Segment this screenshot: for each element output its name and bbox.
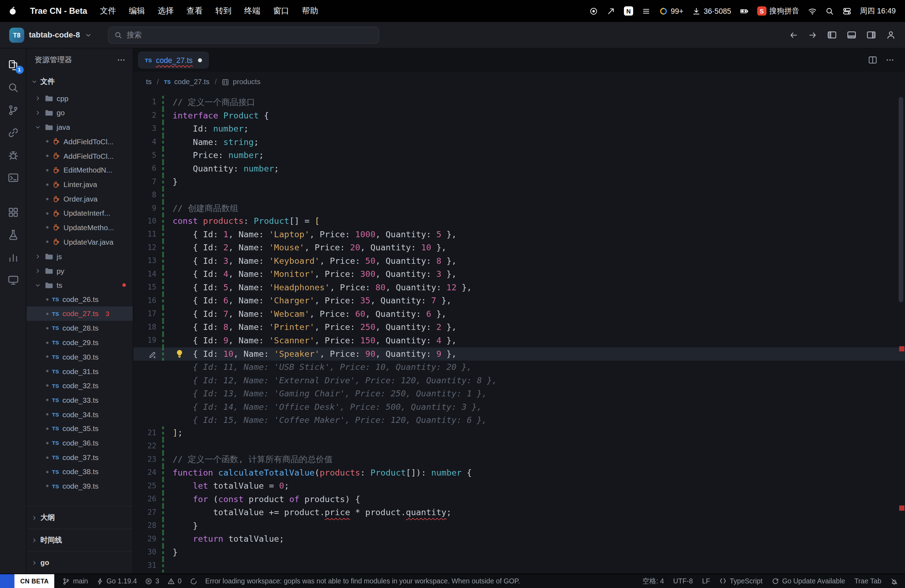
input-method[interactable]: S搜狗拼音 bbox=[757, 6, 799, 16]
code-line[interactable]: 6 Quantity: number; bbox=[133, 162, 905, 175]
file-code_35.ts[interactable]: TScode_35.ts bbox=[27, 421, 133, 436]
code-line[interactable]: 3 Id: number; bbox=[133, 122, 905, 135]
file-UpdateMetho...[interactable]: UpdateMetho... bbox=[27, 220, 133, 235]
trae-tab[interactable]: Trae Tab bbox=[854, 577, 881, 585]
warning-count[interactable]: 0 bbox=[167, 577, 181, 585]
file-Order.java[interactable]: Order.java bbox=[27, 192, 133, 206]
code-line[interactable]: 29 return totalValue; bbox=[133, 532, 905, 545]
files-section-header[interactable]: 文件 bbox=[27, 72, 133, 91]
file-code_37.ts[interactable]: TScode_37.ts bbox=[27, 450, 133, 465]
file-code_27.ts[interactable]: TScode_27.ts3 bbox=[27, 307, 133, 321]
error-count[interactable]: 3 bbox=[145, 577, 159, 585]
menubar-item[interactable]: 转到 bbox=[215, 6, 232, 16]
editor-more-icon[interactable] bbox=[885, 56, 894, 65]
menubar-item[interactable]: 编辑 bbox=[129, 6, 145, 16]
toggle-secondary-sidebar-icon[interactable] bbox=[867, 30, 876, 40]
code-line[interactable]: 16 { Id: 6, Name: 'Charger', Price: 35, … bbox=[133, 294, 905, 307]
code-line[interactable]: 12 { Id: 2, Name: 'Mouse', Price: 20, Qu… bbox=[133, 242, 905, 254]
menubar-item[interactable]: 帮助 bbox=[302, 6, 318, 16]
code-line[interactable]: 23// 定义一个函数, 计算所有商品的总价值 bbox=[133, 453, 905, 466]
history-forward-icon[interactable] bbox=[808, 30, 817, 40]
code-line[interactable]: 11 { Id: 1, Name: 'Laptop', Price: 1000,… bbox=[133, 228, 905, 241]
split-editor-icon[interactable] bbox=[868, 56, 877, 65]
file-code_28.ts[interactable]: TScode_28.ts bbox=[27, 321, 133, 335]
menubar-item[interactable]: 选择 bbox=[158, 6, 174, 16]
activity-explorer[interactable]: 1 bbox=[2, 54, 24, 76]
activity-search[interactable] bbox=[2, 76, 24, 99]
download-monitor[interactable]: 36·5085 bbox=[692, 7, 732, 15]
menubar-item[interactable]: 终端 bbox=[244, 6, 260, 16]
code-line[interactable]: { Id: 15, Name: 'Coffee Maker', Price: 1… bbox=[133, 413, 905, 426]
control-center[interactable] bbox=[842, 7, 851, 15]
battery[interactable] bbox=[740, 7, 748, 15]
notion[interactable]: N bbox=[624, 6, 633, 16]
file-code_26.ts[interactable]: TScode_26.ts bbox=[27, 292, 133, 307]
code-line[interactable]: { Id: 13, Name: 'Gaming Chair', Price: 2… bbox=[133, 387, 905, 400]
modified-dot-icon[interactable] bbox=[198, 58, 202, 62]
file-code_33.ts[interactable]: TScode_33.ts bbox=[27, 393, 133, 407]
folder-go[interactable]: go bbox=[27, 105, 133, 120]
indentation[interactable]: 空格: 4 bbox=[642, 576, 664, 586]
code-editor[interactable]: 1// 定义一个商品接口2interface Product {3 Id: nu… bbox=[133, 92, 905, 574]
pointer-tool[interactable] bbox=[607, 7, 615, 15]
code-line[interactable]: 18 { Id: 8, Name: 'Printer', Price: 250,… bbox=[133, 321, 905, 334]
code-line[interactable]: 2interface Product { bbox=[133, 109, 905, 122]
code-line[interactable]: 30} bbox=[133, 546, 905, 559]
code-line[interactable]: 15 { Id: 5, Name: 'Headphones', Price: 8… bbox=[133, 281, 905, 294]
breadcrumb-ts[interactable]: ts bbox=[146, 78, 152, 86]
tab-code-27[interactable]: TS code_27.ts bbox=[138, 51, 209, 68]
clock[interactable]: 周四 16:49 bbox=[860, 6, 895, 16]
file-code_36.ts[interactable]: TScode_36.ts bbox=[27, 436, 133, 450]
code-line[interactable]: 7} bbox=[133, 175, 905, 189]
code-line[interactable]: 4 Name: string; bbox=[133, 135, 905, 148]
code-line[interactable]: 9// 创建商品数组 bbox=[133, 202, 905, 215]
notifications-muted[interactable] bbox=[891, 577, 898, 585]
activity-source-control[interactable] bbox=[2, 99, 24, 121]
code-line[interactable]: 14 { Id: 4, Name: 'Monitor', Price: 300,… bbox=[133, 268, 905, 281]
menubar-item[interactable]: 查看 bbox=[187, 6, 203, 16]
scrollbar-thumb[interactable] bbox=[899, 97, 903, 302]
git-branch[interactable]: main bbox=[63, 577, 88, 585]
history-back-icon[interactable] bbox=[789, 30, 798, 40]
code-line[interactable]: 17 { Id: 7, Name: 'Webcam', Price: 60, Q… bbox=[133, 308, 905, 321]
menubar-item[interactable]: 窗口 bbox=[273, 6, 289, 16]
file-code_38.ts[interactable]: TScode_38.ts bbox=[27, 465, 133, 479]
folder-ts[interactable]: ts bbox=[27, 278, 133, 292]
code-line[interactable]: 28 } bbox=[133, 520, 905, 532]
activity-testing[interactable] bbox=[2, 224, 24, 246]
file-Linter.java[interactable]: Linter.java bbox=[27, 178, 133, 192]
code-line[interactable]: 22 bbox=[133, 440, 905, 453]
section-0[interactable]: 大纲 bbox=[27, 506, 133, 529]
file-AddFieldToCl...[interactable]: AddFieldToCl... bbox=[27, 134, 133, 149]
go-update[interactable]: Go Update Available bbox=[772, 577, 845, 585]
code-line[interactable]: { Id: 10, Name: 'Speaker', Price: 90, Qu… bbox=[133, 347, 905, 360]
file-code_34.ts[interactable]: TScode_34.ts bbox=[27, 407, 133, 422]
code-line[interactable]: 10const products: Product[] = [ bbox=[133, 215, 905, 228]
code-line[interactable]: 24function calculateTotalValue(products:… bbox=[133, 466, 905, 480]
section-1[interactable]: 时间线 bbox=[27, 529, 133, 551]
eol[interactable]: LF bbox=[702, 577, 710, 585]
code-line[interactable]: 8 bbox=[133, 189, 905, 202]
breadcrumb-products[interactable]: products bbox=[222, 78, 260, 86]
apple-icon[interactable] bbox=[8, 6, 17, 16]
activity-stats[interactable] bbox=[2, 246, 24, 269]
toggle-sidebar-icon[interactable] bbox=[827, 30, 837, 40]
activity-extensions[interactable] bbox=[2, 201, 24, 224]
code-line[interactable]: 19 { Id: 9, Name: 'Scanner', Price: 150,… bbox=[133, 334, 905, 347]
code-line[interactable]: { Id: 14, Name: 'Office Desk', Price: 50… bbox=[133, 400, 905, 413]
file-code_29.ts[interactable]: TScode_29.ts bbox=[27, 335, 133, 350]
breadcrumb-code_27ts[interactable]: TScode_27.ts bbox=[164, 78, 209, 86]
go-version[interactable]: Go 1.19.4 bbox=[96, 577, 137, 585]
activity-remote-window[interactable] bbox=[2, 269, 24, 291]
file-EditMethodN...[interactable]: EditMethodN... bbox=[27, 163, 133, 178]
folder-js[interactable]: js bbox=[27, 249, 133, 264]
more-actions-icon[interactable] bbox=[117, 56, 126, 65]
pencil-edit-icon[interactable] bbox=[148, 351, 157, 359]
app-menu[interactable]: Trae CN - Beta bbox=[30, 6, 87, 16]
toggle-panel-icon[interactable] bbox=[847, 30, 857, 40]
menubar-item[interactable]: 文件 bbox=[100, 6, 116, 16]
file-UpdateVar.java[interactable]: UpdateVar.java bbox=[27, 235, 133, 249]
code-line[interactable]: { Id: 11, Name: 'USB Stick', Price: 10, … bbox=[133, 361, 905, 374]
account-icon[interactable] bbox=[886, 30, 896, 40]
code-line[interactable]: 1// 定义一个商品接口 bbox=[133, 96, 905, 109]
